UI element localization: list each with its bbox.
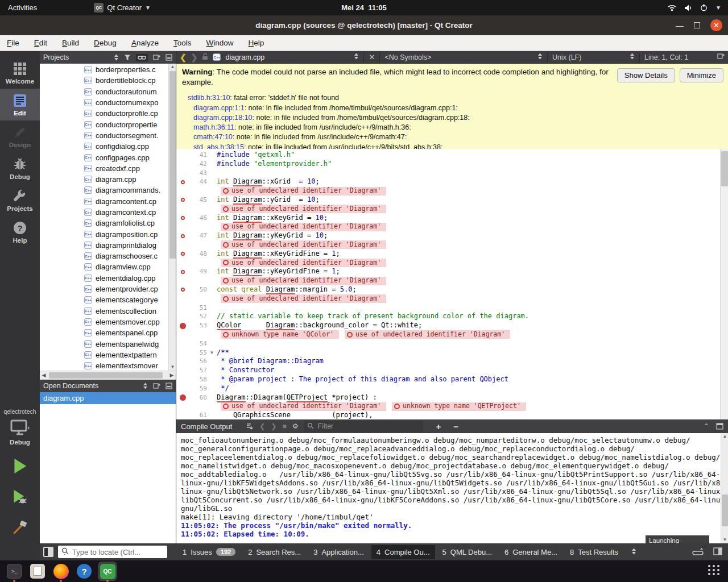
code-line[interactable]: 44int Diagram::xGrid = 10; <box>176 177 728 186</box>
project-file-item[interactable]: C++elementsmover.cpp <box>40 317 176 327</box>
scroll-output-icon[interactable] <box>246 423 254 430</box>
maximize-button[interactable] <box>694 22 700 28</box>
code-line[interactable]: 46int Diagram::xKeyGrid = 10; <box>176 214 728 223</box>
code-line[interactable]: 49int Diagram::yKeyGridFine = 1; <box>176 267 728 276</box>
code-line[interactable]: 61 QGraphicsScene (project), <box>176 411 728 419</box>
project-file-item[interactable]: C++createdxf.cpp <box>40 163 176 174</box>
scroll-left-icon[interactable]: ◀ <box>40 371 48 380</box>
locator[interactable] <box>58 546 167 558</box>
project-file-item[interactable]: C++elementprovider.cp <box>40 284 176 294</box>
diagnostic-link[interactable]: diagram.cpp:18:10 <box>193 114 253 122</box>
collapse-panel-icon[interactable]: ⌃ <box>704 422 709 430</box>
project-file-item[interactable]: C++conductornumexpo <box>40 97 176 108</box>
help-icon[interactable]: ? <box>75 562 94 581</box>
menu-window[interactable]: Window <box>206 39 233 47</box>
scroll-right-icon[interactable]: ▶ <box>168 371 176 380</box>
close-document-icon[interactable]: ✕ <box>369 53 375 61</box>
split-icon[interactable] <box>153 383 160 389</box>
close-panel-icon[interactable] <box>166 54 172 61</box>
project-file-item[interactable]: C++conductorsegment. <box>40 130 176 141</box>
diagnostic-link[interactable]: math.h:36:11 <box>193 123 234 131</box>
diagnostic-link[interactable]: diagram.cpp:1:1 <box>193 104 245 112</box>
sort-icon[interactable] <box>143 383 148 389</box>
filter-box[interactable] <box>304 421 423 432</box>
menu-file[interactable]: File <box>7 39 19 47</box>
activities-button[interactable]: Activities <box>0 0 45 15</box>
code-line[interactable]: 51 <box>176 304 728 313</box>
window-title-bar[interactable]: diagram.cpp (sources @ qelectrotech) [ma… <box>0 15 728 35</box>
fold-marker-icon[interactable]: ▼ <box>207 348 217 357</box>
compile-output-body[interactable]: moc_folioautonumbering.o debug/moc_formu… <box>176 433 728 543</box>
project-file-item[interactable]: C++elementscategorye <box>40 294 176 305</box>
output-tab-8[interactable]: 8Test Results <box>565 545 623 559</box>
code-line[interactable]: 52// static variable to keep track of pr… <box>176 312 728 321</box>
scroll-down-icon[interactable]: ▼ <box>721 537 728 543</box>
output-scrollbar[interactable]: ▲ ▼ <box>721 433 728 543</box>
project-file-item[interactable]: C++diagramcontext.cp <box>40 207 176 218</box>
diagnostic-link[interactable]: stdlib.h:31:10 <box>188 94 230 102</box>
stop-icon[interactable]: ■ <box>282 422 286 430</box>
menu-edit[interactable]: Edit <box>34 39 47 47</box>
project-file-item[interactable]: C++bordertitleblock.cp <box>40 75 176 86</box>
menu-build[interactable]: Build <box>62 39 79 47</box>
build-hammer-button[interactable] <box>13 516 27 539</box>
sidebar-toggle-icon[interactable] <box>43 547 53 557</box>
gear-icon[interactable]: ⚙ <box>292 422 299 430</box>
mode-edit[interactable]: Edit <box>0 89 40 120</box>
code-line[interactable]: 55▼/** <box>176 348 728 357</box>
previous-item-icon[interactable]: ❮ <box>259 422 265 430</box>
cursor-position[interactable]: Line: 1, Col: 1 <box>644 53 713 61</box>
open-file-name[interactable]: diagram.cpp <box>225 53 349 61</box>
output-tab-1[interactable]: 1Issues192 <box>177 545 241 559</box>
next-item-icon[interactable]: ❯ <box>271 422 276 430</box>
project-file-item[interactable]: C++diagramschooser.c <box>40 251 176 261</box>
split-editor-icon[interactable] <box>717 53 725 61</box>
project-file-item[interactable]: C++diagramprintdialog <box>40 240 176 251</box>
project-file-item[interactable]: C++diagramcontent.cp <box>40 196 176 207</box>
code-line[interactable]: 41#include "qetxml.h" <box>176 151 728 160</box>
horizontal-scrollbar[interactable]: ◀ ▶ <box>40 371 176 380</box>
firefox-icon[interactable] <box>51 562 71 581</box>
project-file-item[interactable]: C++elementscollection <box>40 306 176 317</box>
project-file-item[interactable]: C++conductorpropertie <box>40 119 176 130</box>
mode-welcome[interactable]: Welcome <box>0 57 40 89</box>
line-ending-dropdown[interactable]: Unix (LF) <box>552 53 625 61</box>
right-sidebar-toggle-icon[interactable] <box>713 547 722 557</box>
show-details-button[interactable]: Show Details <box>617 68 675 82</box>
zoom-out-icon[interactable]: − <box>453 422 458 431</box>
code-line[interactable]: 58 * @param project : The project of thi… <box>176 375 728 384</box>
toggle-progress-details-icon[interactable] <box>692 547 704 558</box>
scroll-up-icon[interactable]: ▲ <box>169 64 176 70</box>
code-line[interactable]: 59 */ <box>176 384 728 393</box>
code-line[interactable]: 57 * Constructor <box>176 366 728 375</box>
project-file-item[interactable]: C++configpages.cpp <box>40 152 176 163</box>
sync-with-editor-icon[interactable] <box>136 54 148 61</box>
project-file-item[interactable]: C++diagramposition.cp <box>40 228 176 239</box>
project-file-item[interactable]: C++borderproperties.c <box>40 64 176 75</box>
code-editor[interactable]: 41#include "qetxml.h"42#include "element… <box>176 149 728 419</box>
vertical-scrollbar[interactable]: ▲ ▼ <box>168 64 176 371</box>
output-tab-3[interactable]: 3Application... <box>308 545 369 559</box>
code-line[interactable]: 43 <box>176 169 728 178</box>
line-ending-dropdown-icon[interactable] <box>630 53 635 61</box>
mode-projects[interactable]: Projects <box>0 184 40 216</box>
project-file-item[interactable]: C++diagramview.cpp <box>40 261 176 272</box>
terminal-icon[interactable]: >_ <box>5 562 24 581</box>
menu-tools[interactable]: Tools <box>173 39 192 47</box>
code-line[interactable]: 48int Diagram::xKeyGridFine = 1; <box>176 250 728 259</box>
code-line[interactable]: 56 * @brief Diagram::Diagram <box>176 357 728 366</box>
open-document-item[interactable]: diagram.cpp <box>40 392 176 404</box>
output-tab-2[interactable]: 2Search Res... <box>243 545 306 559</box>
filter-icon[interactable] <box>124 54 131 61</box>
code-line[interactable]: 45int Diagram::yGrid = 10; <box>176 196 728 205</box>
output-tab-5[interactable]: 5QML Debu... <box>437 545 497 559</box>
kit-selector-monitor-icon[interactable] <box>9 418 31 438</box>
project-file-item[interactable]: C++elementspanelwidg <box>40 338 176 349</box>
locator-input[interactable] <box>72 548 158 556</box>
code-line[interactable]: 60Diagram::Diagram(QETProject *project) … <box>176 393 728 402</box>
project-file-item[interactable]: C++conductorprofile.cp <box>40 108 176 119</box>
code-line[interactable]: 42#include "elementprovider.h" <box>176 160 728 169</box>
close-button[interactable]: ✕ <box>710 19 722 31</box>
symbols-dropdown[interactable]: <No Symbols> <box>384 53 533 61</box>
menu-debug[interactable]: Debug <box>94 39 117 47</box>
